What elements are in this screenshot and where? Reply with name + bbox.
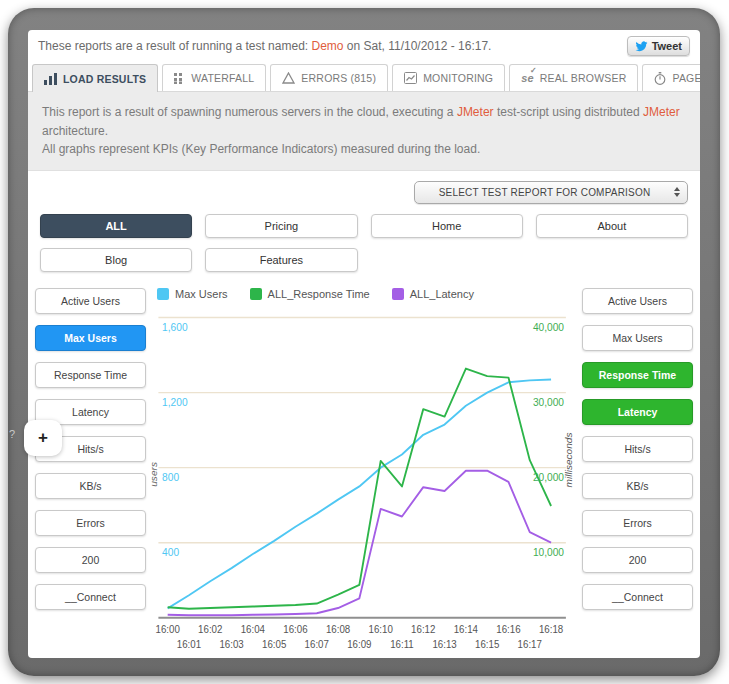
tab-page-speed[interactable]: PAGE SPEED — [642, 64, 700, 91]
svg-text:1,200: 1,200 — [162, 397, 188, 408]
left-kpi-200[interactable]: 200 — [35, 547, 146, 573]
help-edge-tab[interactable]: ? — [9, 428, 15, 440]
left-kpi-sidebar: Active Users Max Users Response Time Lat… — [28, 286, 151, 658]
svg-text:16:18: 16:18 — [539, 624, 564, 635]
svg-text:16:15: 16:15 — [475, 638, 500, 649]
stopwatch-icon — [654, 72, 666, 85]
report-title-prefix: These reports are a result of running a … — [38, 39, 311, 53]
tab-monitoring[interactable]: MONITORING — [392, 64, 505, 91]
left-kpi-response-time[interactable]: Response Time — [35, 362, 146, 388]
report-title-suffix: on Sat, 11/10/2012 - 16:17. — [344, 39, 492, 53]
filter-button-features[interactable]: Features — [205, 248, 357, 272]
report-description: This report is a result of spawning nume… — [28, 91, 700, 171]
legend-item-response-time[interactable]: ALL_Response Time — [250, 288, 370, 300]
report-title: These reports are a result of running a … — [38, 39, 491, 53]
tab-label: PAGE SPEED — [672, 72, 700, 84]
legend-label: Max Users — [175, 288, 228, 300]
right-kpi-sidebar: Active Users Max Users Response Time Lat… — [577, 286, 700, 658]
description-text: test-script using distributed — [494, 105, 643, 119]
tab-real-browser[interactable]: se✓ REAL BROWSER — [509, 64, 638, 91]
svg-text:16:16: 16:16 — [496, 624, 521, 635]
svg-text:10,000: 10,000 — [533, 547, 564, 558]
tab-label: MONITORING — [423, 72, 493, 84]
legend-item-latency[interactable]: ALL_Latency — [392, 288, 474, 300]
svg-text:16:14: 16:14 — [454, 624, 479, 635]
report-header: These reports are a result of running a … — [28, 30, 700, 62]
right-kpi-max-users[interactable]: Max Users — [582, 325, 693, 351]
window-frame: These reports are a result of running a … — [8, 8, 720, 676]
svg-text:16:06: 16:06 — [283, 624, 308, 635]
svg-text:800: 800 — [162, 472, 179, 483]
right-kpi-connect[interactable]: __Connect — [582, 584, 693, 610]
right-kpi-latency[interactable]: Latency — [582, 399, 693, 425]
right-kpi-200[interactable]: 200 — [582, 547, 693, 573]
tab-load-results[interactable]: LOAD RESULTS — [32, 64, 158, 92]
filter-button-home[interactable]: Home — [371, 214, 523, 238]
chart-legend: Max Users ALL_Response Time ALL_Latency — [157, 286, 577, 302]
tab-label: LOAD RESULTS — [63, 73, 146, 85]
filter-button-about[interactable]: About — [536, 214, 688, 238]
description-text: architecture. — [42, 124, 108, 138]
left-kpi-kbs[interactable]: KB/s — [35, 473, 146, 499]
svg-text:16:05: 16:05 — [262, 638, 287, 649]
right-kpi-response-time[interactable]: Response Time — [582, 362, 693, 388]
legend-swatch — [392, 288, 404, 300]
svg-text:16:08: 16:08 — [326, 624, 351, 635]
select-stepper-icon — [674, 187, 680, 197]
svg-text:16:11: 16:11 — [390, 638, 414, 649]
left-kpi-max-users[interactable]: Max Users — [35, 325, 146, 351]
bar-chart-icon — [44, 73, 57, 85]
comparison-select[interactable]: SELECT TEST REPORT FOR COMPARISON — [414, 181, 688, 204]
filter-button-blog[interactable]: Blog — [40, 248, 192, 272]
tab-waterfall[interactable]: WATERFALL — [162, 64, 266, 91]
svg-text:milliseconds: milliseconds — [564, 432, 575, 487]
svg-text:16:01: 16:01 — [177, 638, 202, 649]
app-window: These reports are a result of running a … — [28, 30, 700, 658]
legend-item-max-users[interactable]: Max Users — [157, 288, 228, 300]
right-kpi-hits[interactable]: Hits/s — [582, 436, 693, 462]
svg-text:16:12: 16:12 — [411, 624, 436, 635]
waterfall-dots-icon — [174, 73, 185, 84]
svg-text:16:03: 16:03 — [219, 638, 244, 649]
tab-label: REAL BROWSER — [540, 72, 627, 84]
svg-text:30,000: 30,000 — [533, 397, 564, 408]
legend-label: ALL_Latency — [410, 288, 474, 300]
filter-button-all[interactable]: ALL — [40, 214, 192, 238]
right-kpi-active-users[interactable]: Active Users — [582, 288, 693, 314]
svg-text:16:17: 16:17 — [518, 638, 543, 649]
tweet-button[interactable]: Tweet — [627, 36, 690, 56]
test-name: Demo — [311, 39, 343, 53]
chart-column: Max Users ALL_Response Time ALL_Latency … — [151, 286, 577, 658]
add-widget-button[interactable]: + — [24, 420, 62, 456]
svg-text:16:09: 16:09 — [347, 638, 372, 649]
right-kpi-errors[interactable]: Errors — [582, 510, 693, 536]
svg-text:1,600: 1,600 — [162, 322, 188, 333]
left-kpi-active-users[interactable]: Active Users — [35, 288, 146, 314]
description-text: This report is a result of spawning nume… — [42, 105, 457, 119]
svg-text:400: 400 — [162, 547, 179, 558]
chart-wrap: 4008001,2001,60010,00020,00030,00040,000… — [151, 306, 577, 658]
jmeter-link[interactable]: JMeter — [457, 105, 494, 119]
legend-swatch — [157, 288, 169, 300]
jmeter-link[interactable]: JMeter — [643, 105, 680, 119]
svg-text:40,000: 40,000 — [533, 322, 564, 333]
comparison-select-value: SELECT TEST REPORT FOR COMPARISON — [415, 187, 674, 198]
left-kpi-connect[interactable]: __Connect — [35, 584, 146, 610]
right-kpi-kbs[interactable]: KB/s — [582, 473, 693, 499]
svg-text:16:07: 16:07 — [305, 638, 330, 649]
svg-text:16:13: 16:13 — [432, 638, 457, 649]
kpi-chart: 4008001,2001,60010,00020,00030,00040,000… — [151, 306, 577, 658]
report-tabs: LOAD RESULTS WATERFALL ERRORS (815) MONI… — [28, 62, 700, 91]
filter-button-pricing[interactable]: Pricing — [205, 214, 357, 238]
check-icon: ✓ — [530, 67, 537, 75]
svg-text:16:04: 16:04 — [241, 624, 266, 635]
left-kpi-errors[interactable]: Errors — [35, 510, 146, 536]
tab-errors[interactable]: ERRORS (815) — [270, 64, 388, 91]
selenium-icon: se✓ — [521, 73, 534, 84]
tab-label: ERRORS (815) — [301, 72, 376, 84]
tweet-label: Tweet — [652, 40, 682, 52]
legend-swatch — [250, 288, 262, 300]
svg-text:16:02: 16:02 — [198, 624, 223, 635]
svg-text:16:10: 16:10 — [369, 624, 394, 635]
twitter-bird-icon — [635, 40, 648, 53]
